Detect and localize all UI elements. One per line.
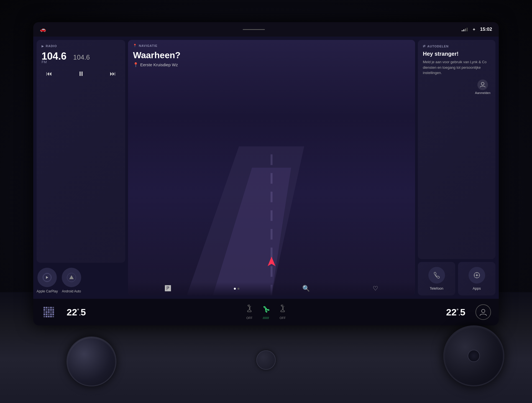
temp-left: 22°.5 bbox=[60, 307, 88, 318]
nav-location: 📍 Eerste Kruisdiep Wz bbox=[133, 62, 410, 67]
nav-dot-1 bbox=[234, 288, 236, 290]
apple-carplay-label: Apple CarPlay bbox=[37, 289, 58, 293]
signal-icon bbox=[462, 28, 468, 31]
aanmelden-icon bbox=[477, 80, 488, 90]
left-column: ▶ RADIO 104.6 FM 104.6 ⏮ bbox=[37, 40, 125, 295]
apps-button[interactable]: Apps bbox=[458, 262, 495, 295]
knob-left[interactable] bbox=[66, 336, 116, 386]
search-button[interactable]: 🔍 bbox=[302, 285, 310, 292]
nav-dot-2 bbox=[237, 288, 239, 290]
nav-pin-icon: 📍 bbox=[133, 44, 137, 47]
phone-icon bbox=[428, 267, 445, 284]
pause-button[interactable] bbox=[80, 72, 83, 76]
seat-right-icon bbox=[279, 305, 287, 315]
autodelen-body: Meld je aan voor gebruik van Lynk & Co d… bbox=[423, 59, 490, 76]
nav-bottom-controls: 🅿 🔍 ♡ bbox=[128, 282, 415, 295]
profile-button[interactable] bbox=[475, 304, 491, 320]
clock: 15:02 bbox=[480, 27, 492, 32]
fan-speed-label: ////// bbox=[263, 317, 269, 320]
nav-label: 📍 NAVIGATIE bbox=[133, 44, 410, 47]
share-icon: ⇄ bbox=[423, 44, 426, 48]
status-right: ✦ 15:02 bbox=[462, 27, 492, 32]
seat-right-label: OFF bbox=[280, 316, 286, 320]
center-column: 📍 NAVIGATIE Waarheen? 📍 Eerste Kruisdiep… bbox=[128, 40, 415, 295]
radio-controls: ⏮ ⏭ bbox=[42, 68, 120, 79]
seat-left-icon bbox=[245, 305, 253, 315]
apps-icon bbox=[469, 267, 485, 284]
radio-label: ▶ RADIO bbox=[42, 44, 120, 48]
status-bar: 🚗 ✦ 15:02 bbox=[33, 22, 499, 37]
aanmelden-button[interactable]: Aanmelden bbox=[475, 80, 490, 95]
freq-sub: 104.6 bbox=[73, 53, 90, 61]
android-auto-icon bbox=[62, 268, 81, 287]
seat-heat-left-button[interactable]: OFF bbox=[245, 305, 253, 320]
right-column: ⇄ AUTODELEN Hey stranger! Meld je aan vo… bbox=[418, 40, 495, 295]
aanmelden-label: Aanmelden bbox=[475, 91, 490, 95]
autodelen-label: ⇄ AUTODELEN bbox=[423, 44, 490, 48]
temp-right: 22°.5 bbox=[444, 307, 472, 318]
home-button[interactable] bbox=[256, 350, 276, 370]
main-content: ▶ RADIO 104.6 FM 104.6 ⏮ bbox=[33, 37, 499, 299]
main-screen: 🚗 ✦ 15:02 ▶ bbox=[33, 22, 499, 325]
autodelen-title: Hey stranger! bbox=[423, 51, 490, 57]
radio-frequency: 104.6 FM 104.6 bbox=[42, 50, 120, 64]
car-status-icon: 🚗 bbox=[40, 26, 46, 32]
favorites-button[interactable]: ♡ bbox=[373, 285, 378, 292]
fan-button[interactable]: ////// bbox=[262, 305, 270, 320]
nav-page-dots bbox=[234, 288, 239, 290]
skip-forward-button[interactable]: ⏭ bbox=[108, 68, 117, 79]
bottom-bar: 22°.5 OFF bbox=[33, 299, 499, 325]
car-surround: 🚗 ✦ 15:02 ▶ bbox=[0, 0, 532, 403]
autodelen-widget: ⇄ AUTODELEN Hey stranger! Meld je aan vo… bbox=[418, 40, 495, 259]
nav-destination: Waarheen? bbox=[133, 50, 410, 60]
knob-right[interactable] bbox=[443, 325, 504, 386]
play-icon: ▶ bbox=[42, 45, 44, 48]
seat-heat-right-button[interactable]: OFF bbox=[279, 305, 287, 320]
radio-widget[interactable]: ▶ RADIO 104.6 FM 104.6 ⏮ bbox=[37, 40, 125, 263]
skip-back-button[interactable]: ⏮ bbox=[44, 68, 54, 79]
bluetooth-icon: ✦ bbox=[472, 27, 476, 32]
fan-icon bbox=[262, 305, 270, 315]
svg-marker-7 bbox=[268, 257, 275, 266]
apple-carplay-button[interactable]: Apple CarPlay bbox=[37, 268, 58, 293]
seat-left-label: OFF bbox=[246, 316, 252, 320]
nav-header: 📍 NAVIGATIE Waarheen? 📍 Eerste Kruisdiep… bbox=[128, 40, 415, 70]
action-buttons: Telefoon Apps bbox=[418, 262, 495, 295]
android-auto-button[interactable]: Android Auto bbox=[62, 268, 81, 293]
apps-label: Apps bbox=[473, 286, 481, 290]
app-shortcuts: Apple CarPlay Android Auto bbox=[37, 266, 125, 295]
parking-button[interactable]: 🅿 bbox=[165, 285, 171, 292]
left-grid-icon bbox=[38, 307, 60, 317]
status-left: 🚗 bbox=[40, 26, 46, 32]
climate-controls: OFF ////// bbox=[88, 305, 444, 320]
profile-area bbox=[472, 304, 494, 320]
phone-button[interactable]: Telefoon bbox=[418, 262, 455, 295]
apple-carplay-icon bbox=[37, 268, 57, 287]
svg-point-14 bbox=[482, 309, 485, 313]
phone-label: Telefoon bbox=[430, 286, 443, 290]
status-pill bbox=[243, 29, 265, 30]
svg-point-12 bbox=[265, 308, 267, 310]
svg-point-8 bbox=[481, 82, 484, 85]
android-auto-label: Android Auto bbox=[62, 289, 81, 293]
location-pin-icon: 📍 bbox=[133, 62, 139, 67]
svg-point-10 bbox=[476, 274, 478, 276]
nav-widget[interactable]: 📍 NAVIGATIE Waarheen? 📍 Eerste Kruisdiep… bbox=[128, 40, 415, 295]
